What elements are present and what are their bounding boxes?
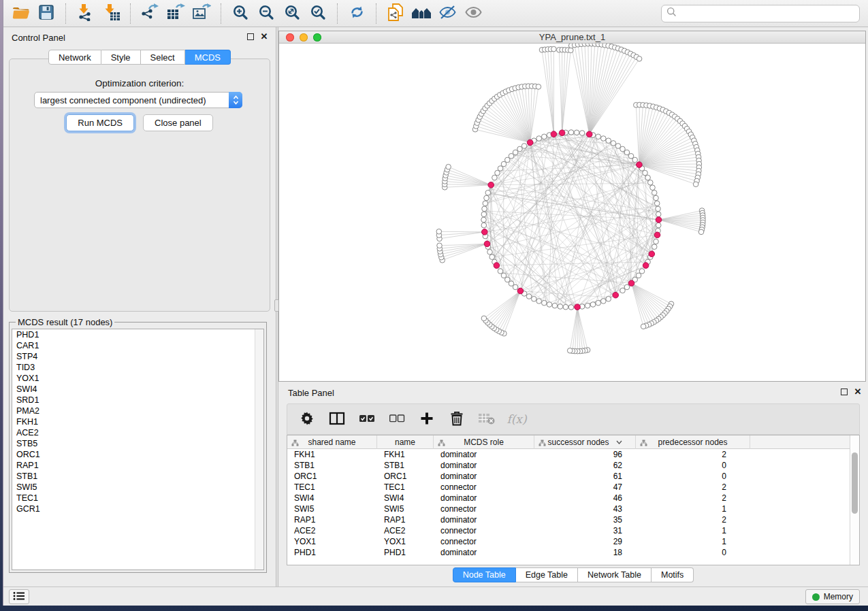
memory-button[interactable]: Memory	[805, 589, 860, 604]
hide-graphics-details-button[interactable]	[434, 2, 460, 25]
table-tab-edge-table[interactable]: Edge Table	[516, 567, 578, 582]
cell-MCDS-role: connector	[434, 503, 534, 514]
status-bar: Memory	[3, 587, 868, 606]
export-image-button[interactable]	[189, 2, 214, 25]
mcds-result-item[interactable]: STB1	[12, 471, 263, 482]
zoom-out-icon	[258, 4, 274, 22]
close-window-icon[interactable]: ✕	[259, 32, 269, 42]
network-window-title: YPA_prune.txt_1	[279, 32, 865, 42]
mcds-result-item[interactable]: FKH1	[12, 416, 263, 427]
tab-select[interactable]: Select	[141, 50, 185, 65]
table-tab-node-table[interactable]: Node Table	[453, 567, 516, 582]
floppy-disk-icon	[38, 4, 54, 22]
zoom-in-button[interactable]	[227, 2, 253, 25]
column-header-name[interactable]: name	[377, 435, 434, 449]
dropdown-stepper-icon	[229, 92, 242, 108]
zoom-out-button[interactable]	[253, 2, 279, 25]
first-neighbors-button[interactable]	[408, 2, 434, 25]
table-scrollbar[interactable]	[850, 435, 859, 565]
column-header-shared-name[interactable]: shared name	[287, 435, 377, 449]
export-table-icon	[166, 3, 185, 23]
table-row[interactable]: STB1STB1dominator620	[287, 460, 859, 471]
import-table-button[interactable]	[98, 2, 124, 25]
main-toolbar	[3, 0, 868, 27]
cell-predecessor-nodes: 2	[636, 482, 750, 493]
mcds-result-item[interactable]: PHD1	[12, 329, 263, 340]
table-row[interactable]: RAP1RAP1dominator352	[287, 514, 859, 525]
mcds-result-item[interactable]: GCR1	[12, 503, 263, 514]
float-window-icon[interactable]	[841, 389, 848, 395]
table-row[interactable]: SWI4SWI4dominator462	[287, 493, 859, 503]
column-header-successor-nodes[interactable]: successor nodes	[534, 435, 636, 449]
mcds-result-item[interactable]: STP4	[12, 351, 263, 362]
table-row[interactable]: YOX1YOX1connector291	[287, 536, 859, 547]
mcds-result-list[interactable]: PHD1CAR1STP4TID3YOX1SWI4SRD1PMA2FKH1ACE2…	[12, 329, 264, 570]
attribute-type-icon	[291, 439, 299, 448]
select-all-button[interactable]	[357, 409, 377, 429]
copy-style-button[interactable]	[383, 2, 408, 25]
panel-selector-button[interactable]	[9, 589, 29, 604]
search-input[interactable]	[680, 7, 859, 20]
table-options-button[interactable]	[297, 409, 317, 429]
add-column-button[interactable]	[417, 409, 437, 429]
attribute-type-icon	[539, 439, 546, 448]
cell-predecessor-nodes: 0	[636, 547, 750, 558]
table-row[interactable]: PHD1PHD1dominator180	[287, 547, 859, 558]
deselect-all-button[interactable]	[387, 409, 407, 429]
mcds-result-item[interactable]: SWI4	[12, 384, 263, 395]
export-table-button[interactable]	[163, 2, 189, 25]
delete-columns-button[interactable]	[447, 409, 467, 429]
table-row[interactable]: SWI5SWI5connector431	[287, 503, 859, 514]
export-network-button[interactable]	[137, 2, 163, 25]
list-scrollbar[interactable]	[255, 329, 263, 569]
open-file-button[interactable]	[7, 2, 33, 25]
mcds-result-item[interactable]: ACE2	[12, 427, 263, 438]
float-window-icon[interactable]	[247, 33, 254, 40]
toolbar-separator	[337, 3, 338, 24]
mcds-result-item[interactable]: ORC1	[12, 449, 263, 460]
mcds-result-item[interactable]: SWI5	[12, 482, 263, 493]
close-window-icon[interactable]: ✕	[853, 387, 863, 397]
import-network-button[interactable]	[72, 2, 98, 25]
tab-mcds[interactable]: MCDS	[185, 50, 231, 65]
refresh-button[interactable]	[344, 2, 370, 25]
cell-name: ACE2	[377, 525, 434, 536]
export-image-icon	[192, 3, 211, 23]
mcds-result-item[interactable]: TID3	[12, 362, 263, 373]
mcds-result-item[interactable]: PMA2	[12, 406, 263, 416]
table-row[interactable]: FKH1FKH1dominator962	[287, 449, 859, 460]
mcds-result-item[interactable]: TEC1	[12, 493, 263, 503]
table-tab-network-table[interactable]: Network Table	[578, 567, 652, 582]
close-panel-button[interactable]: Close panel	[143, 114, 213, 131]
mcds-result-item[interactable]: SRD1	[12, 395, 263, 406]
cell-name: SWI4	[377, 493, 434, 503]
mcds-result-item[interactable]: CAR1	[12, 340, 263, 351]
fit-content-button[interactable]	[279, 2, 305, 25]
table-row[interactable]: ACE2ACE2connector311	[287, 525, 859, 536]
table-tab-motifs[interactable]: Motifs	[652, 567, 694, 582]
mcds-panel: Optimization criterion: largest connecte…	[9, 59, 270, 312]
table-row[interactable]: TEC1TEC1connector472	[287, 482, 859, 493]
zoom-selected-button[interactable]	[305, 2, 331, 25]
mcds-result-item[interactable]: YOX1	[12, 373, 263, 384]
column-header-predecessor-nodes[interactable]: predecessor nodes	[636, 435, 750, 449]
show-columns-button[interactable]	[327, 409, 347, 429]
tab-style[interactable]: Style	[101, 50, 141, 65]
cell-successor-nodes: 31	[534, 525, 636, 536]
refresh-icon	[349, 4, 366, 22]
scrollbar-thumb[interactable]	[852, 452, 858, 514]
tab-network[interactable]: Network	[48, 50, 101, 65]
run-mcds-button[interactable]: Run MCDS	[66, 114, 134, 131]
table-row[interactable]: ORC1ORC1dominator610	[287, 471, 859, 482]
network-canvas[interactable]	[279, 44, 865, 381]
table-panel-header: Table Panel ✕	[278, 384, 868, 402]
show-graphics-details-button[interactable]	[460, 2, 486, 25]
mcds-result-item[interactable]: STB5	[12, 438, 263, 449]
column-header-MCDS-role[interactable]: MCDS role	[434, 435, 534, 449]
save-session-button[interactable]	[33, 2, 59, 25]
optimization-criterion-select[interactable]: largest connected component (undirected)	[34, 92, 242, 108]
fx-icon: f(x)	[507, 412, 526, 426]
mcds-result-item[interactable]: RAP1	[12, 460, 263, 471]
network-graph	[279, 44, 865, 381]
search-icon	[666, 7, 677, 20]
